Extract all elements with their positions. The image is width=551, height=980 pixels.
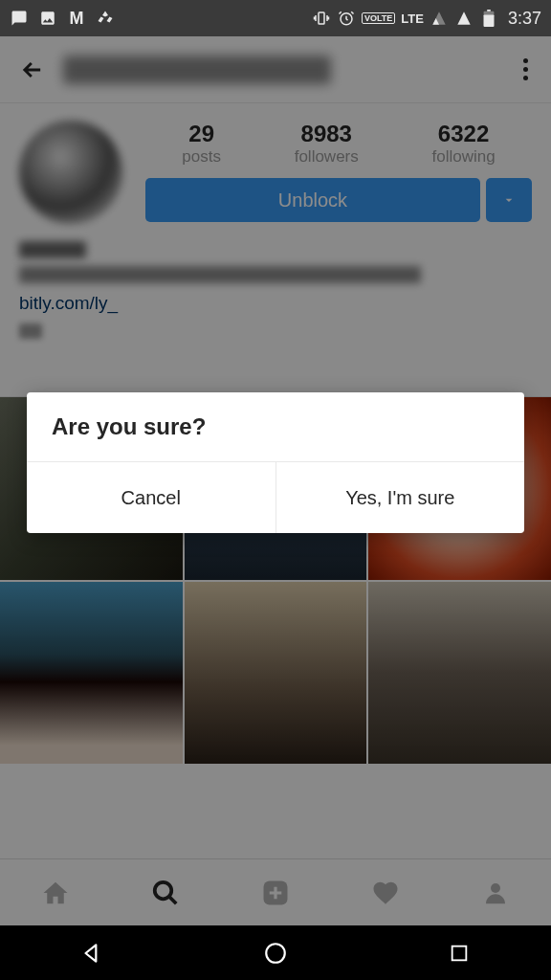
profile-avatar[interactable] <box>19 121 122 224</box>
following-stat[interactable]: 6322 following <box>431 121 495 167</box>
confirm-button[interactable]: Yes, I'm sure <box>276 462 525 533</box>
android-back-button[interactable] <box>68 934 116 972</box>
svg-point-8 <box>266 944 285 963</box>
followers-label: followers <box>295 147 359 167</box>
following-count: 6322 <box>431 121 495 147</box>
following-label: following <box>431 147 495 167</box>
dialog-title: Are you sure? <box>27 392 524 462</box>
battery-icon <box>479 9 498 28</box>
svg-point-7 <box>491 883 500 893</box>
volte-badge: VOLTE <box>362 12 395 24</box>
profile-bio-link[interactable]: bitly.com/ly_ <box>19 293 532 314</box>
options-menu-button[interactable] <box>516 51 536 88</box>
signal-icon-1 <box>430 9 449 28</box>
profile-username <box>63 56 331 84</box>
profile-display-name <box>19 241 86 258</box>
nav-add-post[interactable] <box>254 872 297 914</box>
photo-thumbnail[interactable] <box>185 582 367 765</box>
followers-count: 8983 <box>295 121 359 147</box>
vibrate-icon <box>312 9 331 28</box>
posts-stat[interactable]: 29 posts <box>182 121 221 167</box>
alarm-icon <box>337 9 356 28</box>
photo-thumbnail[interactable] <box>368 582 551 765</box>
photo-thumbnail[interactable] <box>0 582 183 765</box>
nav-home[interactable] <box>34 872 77 914</box>
notification-image-icon <box>38 9 57 28</box>
svg-rect-9 <box>452 946 467 960</box>
svg-rect-0 <box>319 12 324 24</box>
suggestions-dropdown-button[interactable] <box>486 178 532 222</box>
android-recents-button[interactable] <box>435 934 483 972</box>
lte-indicator: LTE <box>401 11 424 26</box>
android-home-button[interactable] <box>252 934 299 972</box>
notification-m-icon: M <box>67 9 86 28</box>
svg-rect-4 <box>487 10 491 11</box>
notification-cloud-icon <box>96 9 115 28</box>
signal-icon-2 <box>454 9 474 28</box>
cancel-button[interactable]: Cancel <box>27 462 276 533</box>
back-button[interactable] <box>15 53 50 87</box>
android-status-bar: M VOLTE LTE 3:37 <box>0 0 551 36</box>
bottom-navigation <box>0 858 551 925</box>
posts-count: 29 <box>182 121 221 147</box>
profile-bio-text <box>19 266 421 283</box>
confirmation-dialog: Are you sure? Cancel Yes, I'm sure <box>27 392 524 533</box>
svg-rect-3 <box>484 14 495 27</box>
followers-stat[interactable]: 8983 followers <box>295 121 359 167</box>
nav-search[interactable] <box>144 872 187 914</box>
clock-time: 3:37 <box>508 9 541 29</box>
app-header <box>0 36 551 103</box>
svg-point-5 <box>155 881 172 899</box>
posts-label: posts <box>182 147 221 167</box>
unblock-button[interactable]: Unblock <box>145 178 480 222</box>
nav-activity[interactable] <box>364 872 407 914</box>
followed-by-text <box>19 323 42 339</box>
android-navigation-bar <box>0 925 551 980</box>
notification-text-icon <box>10 9 29 28</box>
nav-profile[interactable] <box>474 872 517 914</box>
